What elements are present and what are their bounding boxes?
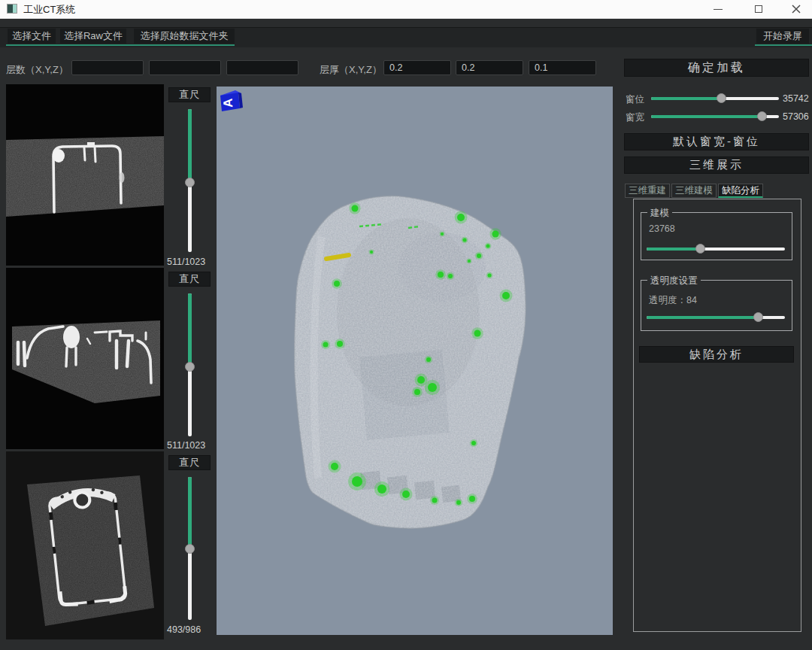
slider-fill xyxy=(651,97,722,100)
window-title: 工业CT系统 xyxy=(23,3,75,17)
window-width-value: 57306 xyxy=(783,111,809,122)
defect-analysis-panel xyxy=(633,199,801,632)
transparency-group-title: 透明度设置 xyxy=(647,275,701,287)
slider-fill xyxy=(188,293,192,366)
thickness-z-input[interactable] xyxy=(529,60,596,75)
ct-slice-view-xy[interactable] xyxy=(6,84,164,266)
slice-index-2: 511/1023 xyxy=(167,440,205,451)
modeling-group-title: 建模 xyxy=(647,207,672,220)
slider-fill xyxy=(647,316,759,319)
slice-slider-3[interactable] xyxy=(185,477,195,620)
slider-fill xyxy=(651,115,762,118)
layers-label: 层数（X,Y,Z） xyxy=(6,63,68,77)
slider-handle[interactable] xyxy=(185,362,195,372)
record-underline xyxy=(755,44,812,46)
select-file-button[interactable]: 选择文件 xyxy=(8,29,56,44)
window-width-label: 窗宽 xyxy=(626,111,644,124)
run-defect-analysis-button[interactable]: 缺陷分析 xyxy=(639,346,794,363)
thickness-label: 层厚（X,Y,Z） xyxy=(320,63,382,77)
slice-index-3: 493/986 xyxy=(167,624,201,635)
confirm-load-button[interactable]: 确定加载 xyxy=(624,59,809,77)
close-button[interactable] xyxy=(780,0,812,18)
select-folder-button[interactable]: 选择原始数据文件夹 xyxy=(134,29,235,44)
slider-handle[interactable] xyxy=(185,178,195,187)
maximize-button[interactable] xyxy=(742,0,775,18)
ruler-button-1[interactable]: 直尺 xyxy=(168,87,211,102)
select-raw-button[interactable]: 选择Raw文件 xyxy=(60,29,126,44)
app-icon xyxy=(7,4,17,14)
slider-handle[interactable] xyxy=(753,312,763,322)
svg-text:A: A xyxy=(221,98,236,108)
tab-3d-reconstruction[interactable]: 三维重建 xyxy=(625,184,670,198)
layers-z-input[interactable] xyxy=(226,60,298,75)
modeling-value: 23768 xyxy=(649,223,675,234)
transparency-value: 透明度：84 xyxy=(649,294,697,307)
title-bar: 工业CT系统 xyxy=(0,0,812,19)
ruler-button-3[interactable]: 直尺 xyxy=(168,455,211,470)
toolbar-underline xyxy=(6,44,235,46)
window-level-slider[interactable] xyxy=(651,93,779,104)
layers-y-input[interactable] xyxy=(149,60,221,75)
modeling-slider[interactable] xyxy=(647,244,785,254)
slice-index-1: 511/1023 xyxy=(167,257,205,267)
slider-handle[interactable] xyxy=(695,244,705,254)
slider-handle[interactable] xyxy=(757,111,767,121)
slice-slider-2[interactable] xyxy=(185,293,195,436)
thickness-y-input[interactable] xyxy=(456,60,523,75)
slider-fill xyxy=(188,477,192,548)
default-window-button[interactable]: 默认窗宽-窗位 xyxy=(624,133,809,150)
transparency-groupbox: 透明度设置 透明度：84 xyxy=(641,280,792,331)
slider-handle[interactable] xyxy=(185,544,195,554)
tab-3d-modeling[interactable]: 三维建模 xyxy=(671,184,717,198)
render-viewport-3d[interactable]: A xyxy=(217,87,613,635)
ct-slice-image-1 xyxy=(6,84,164,266)
ct-3d-model xyxy=(217,87,613,635)
window-level-value: 35742 xyxy=(783,93,809,104)
slider-handle[interactable] xyxy=(717,93,726,103)
industrial-ct-app: 工业CT系统 选择文件 选择Raw文件 选择原始数据文件夹 开始录屏 层数（X,… xyxy=(0,0,812,650)
transparency-slider[interactable] xyxy=(647,312,785,323)
ct-slice-view-xz[interactable] xyxy=(6,268,164,449)
ct-slice-view-yz[interactable] xyxy=(6,451,164,639)
window-width-slider[interactable] xyxy=(651,111,779,122)
ruler-button-2[interactable]: 直尺 xyxy=(168,272,211,287)
slider-fill xyxy=(188,109,192,182)
display-3d-button[interactable]: 三维展示 xyxy=(624,156,809,174)
minimize-icon xyxy=(714,9,723,10)
close-icon xyxy=(792,5,801,14)
slider-fill xyxy=(647,248,701,251)
orientation-cube-icon[interactable]: A xyxy=(217,87,247,115)
thickness-x-input[interactable] xyxy=(383,60,451,75)
ct-slice-image-2 xyxy=(6,268,164,449)
layers-x-input[interactable] xyxy=(71,60,144,75)
slice-slider-1[interactable] xyxy=(185,109,195,252)
ct-slice-image-3 xyxy=(6,451,164,639)
minimize-button[interactable] xyxy=(701,0,735,18)
start-record-button[interactable]: 开始录屏 xyxy=(756,29,809,44)
tab-defect-analysis[interactable]: 缺陷分析 xyxy=(718,184,763,198)
window-level-label: 窗位 xyxy=(626,93,644,106)
maximize-icon xyxy=(755,5,762,13)
